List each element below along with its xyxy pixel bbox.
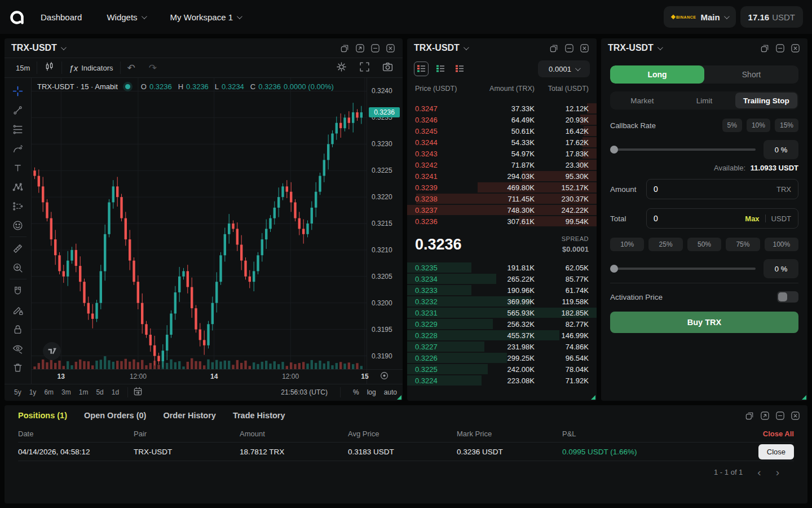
chevron-left-icon[interactable]: ‹ <box>757 467 761 478</box>
chart-symbol-selector[interactable]: TRX-USDT <box>11 43 65 53</box>
ask-row[interactable]: 0.3238711.45K230.37K <box>407 193 597 204</box>
resize-handle[interactable] <box>802 395 806 400</box>
auto-scale-button[interactable]: auto <box>384 388 397 396</box>
bid-row[interactable]: 0.3228455.37K146.99K <box>407 330 597 341</box>
chart-settings-icon[interactable] <box>336 61 347 75</box>
total-field[interactable]: 0 Max USDT <box>646 208 798 229</box>
expand-widget-icon[interactable] <box>760 410 770 421</box>
price-axis[interactable]: 0.32400.32350.32300.32250.32200.32150.32… <box>367 78 401 369</box>
bid-row[interactable]: 0.3229256.32K82.77K <box>407 318 597 330</box>
bid-row[interactable]: 0.3227231.98K74.86K <box>407 341 597 352</box>
minimize-widget-icon[interactable] <box>370 43 381 54</box>
percent-preset-100%[interactable]: 100% <box>765 238 798 251</box>
undo-button[interactable]: ↶ <box>121 61 142 75</box>
interval-button[interactable]: 15m <box>9 61 37 75</box>
book-view-asks-icon[interactable] <box>452 62 467 76</box>
close-widget-icon[interactable] <box>385 43 396 54</box>
range-button-5d[interactable]: 5d <box>92 387 107 397</box>
duplicate-widget-icon[interactable] <box>744 410 755 421</box>
range-button-3m[interactable]: 3m <box>58 387 75 397</box>
callback-preset-5%[interactable]: 5% <box>722 119 742 132</box>
bid-row[interactable]: 0.3226299.25K96.54K <box>407 352 597 364</box>
screenshot-icon[interactable] <box>382 61 394 75</box>
crosshair-tool-icon[interactable] <box>8 81 28 100</box>
max-button[interactable]: Max <box>745 214 759 223</box>
nav-item-dashboard[interactable]: Dashboard <box>41 12 82 22</box>
ask-row[interactable]: 0.324737.33K12.12K <box>407 103 597 114</box>
orderbook-symbol-selector[interactable]: TRX-USDT <box>414 43 467 53</box>
go-to-date-icon[interactable] <box>133 386 143 398</box>
app-logo-icon[interactable] <box>9 8 34 26</box>
minimize-widget-icon[interactable] <box>564 43 575 54</box>
emoji-tool-icon[interactable] <box>8 216 28 235</box>
ask-row[interactable]: 0.324454.33K17.62K <box>407 137 597 148</box>
range-button-1m[interactable]: 1m <box>75 387 92 397</box>
percent-preset-25%[interactable]: 25% <box>648 238 682 251</box>
bid-row[interactable]: 0.3231565.93K182.85K <box>407 307 597 318</box>
tab-open-orders-0-[interactable]: Open Orders (0) <box>84 411 146 420</box>
time-axis[interactable]: 1312:001412:0015 <box>32 370 367 384</box>
tab-long[interactable]: Long <box>610 65 704 84</box>
ask-row[interactable]: 0.3239469.80K152.17K <box>407 182 597 193</box>
ruler-tool-icon[interactable] <box>8 239 28 258</box>
chevron-right-icon[interactable]: › <box>776 467 779 478</box>
zoom-in-tool-icon[interactable] <box>8 258 28 277</box>
amount-percent-value[interactable]: 0 % <box>764 259 798 278</box>
close-widget-icon[interactable] <box>790 410 801 421</box>
axis-settings-icon[interactable] <box>379 370 390 383</box>
trash-tool-icon[interactable] <box>8 358 28 377</box>
amount-percent-slider[interactable] <box>610 259 756 278</box>
bid-row[interactable]: 0.3224223.08K71.92K <box>407 375 597 386</box>
tab-positions-1-[interactable]: Positions (1) <box>18 411 67 420</box>
clock-utc[interactable]: 21:56:03 (UTC) <box>281 388 328 396</box>
bid-row[interactable]: 0.3233190.96K61.74K <box>407 284 597 296</box>
chart-plot-area[interactable]: TRX-USDT · 15 · Amabit O0.3236 H0.3236 L… <box>32 78 367 369</box>
range-button-1d[interactable]: 1d <box>108 387 123 397</box>
log-scale-button[interactable]: log <box>367 388 376 396</box>
balance-display[interactable]: 17.16 USDT <box>740 6 803 28</box>
indicators-button[interactable]: ƒx Indicators <box>62 61 120 75</box>
precision-select[interactable]: 0.0001 <box>538 60 590 77</box>
slider-knob[interactable] <box>610 146 618 154</box>
bid-row[interactable]: 0.3225242.00K78.04K <box>407 364 597 375</box>
forecast-tool-icon[interactable] <box>8 196 28 216</box>
close-all-button[interactable]: Close All <box>692 430 794 438</box>
book-view-bids-icon[interactable] <box>433 62 448 76</box>
tradingview-logo-icon[interactable] <box>43 342 61 360</box>
ask-row[interactable]: 0.3241294.03K95.30K <box>407 170 597 182</box>
fib-retracement-tool-icon[interactable] <box>8 120 28 139</box>
callback-rate-slider[interactable] <box>610 140 756 159</box>
buy-button[interactable]: Buy TRX <box>610 312 798 333</box>
eye-hide-tool-icon[interactable] <box>8 339 28 358</box>
ask-row[interactable]: 0.324550.61K16.42K <box>407 125 597 137</box>
percent-preset-10%[interactable]: 10% <box>610 238 644 251</box>
close-widget-icon[interactable] <box>579 43 590 54</box>
xabcd-pattern-tool-icon[interactable] <box>8 177 28 196</box>
callback-preset-15%[interactable]: 15% <box>775 119 798 132</box>
trend-line-tool-icon[interactable] <box>8 100 28 120</box>
ask-row[interactable]: 0.324271.87K23.30K <box>407 159 597 170</box>
magnet-tool-icon[interactable] <box>8 281 28 300</box>
account-selector[interactable]: BINANCE Main <box>664 6 736 28</box>
close-position-button[interactable]: Close <box>758 444 794 459</box>
order-type-market[interactable]: Market <box>611 93 673 108</box>
ask-row[interactable]: 0.3237748.30K242.22K <box>407 204 597 216</box>
minimize-widget-icon[interactable] <box>775 43 785 54</box>
book-view-both-icon[interactable] <box>414 62 429 76</box>
bid-row[interactable]: 0.3232369.99K119.58K <box>407 296 597 307</box>
chart-type-button[interactable] <box>37 61 61 75</box>
bid-row[interactable]: 0.3234265.22K85.77K <box>407 273 597 284</box>
order-type-trailing-stop[interactable]: Trailing Stop <box>735 93 797 108</box>
range-button-5y[interactable]: 5y <box>10 387 25 397</box>
ask-row[interactable]: 0.324354.97K17.83K <box>407 148 597 159</box>
tab-trade-history[interactable]: Trade History <box>233 411 285 420</box>
range-button-6m[interactable]: 6m <box>40 387 58 397</box>
redo-button[interactable]: ↷ <box>142 61 164 75</box>
order-type-limit[interactable]: Limit <box>673 93 735 108</box>
trade-symbol-selector[interactable]: TRX-USDT <box>608 43 661 53</box>
minimize-widget-icon[interactable] <box>775 410 785 421</box>
duplicate-widget-icon[interactable] <box>549 43 559 54</box>
nav-item-widgets[interactable]: Widgets <box>107 12 145 22</box>
close-widget-icon[interactable] <box>790 43 801 54</box>
activation-price-toggle[interactable] <box>777 291 798 303</box>
